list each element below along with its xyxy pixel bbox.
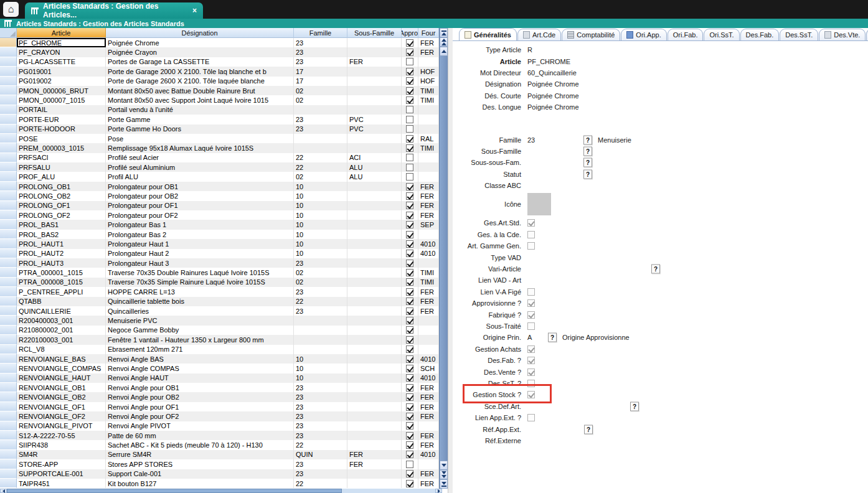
cell-appro[interactable] [402,345,418,354]
vertical-scroll-track[interactable] [440,56,448,461]
cell-four[interactable]: TIMI [418,143,439,153]
column-header-d-signation[interactable]: Désignation [106,28,294,38]
cell-article[interactable]: PRFSACI [17,153,106,162]
cell-famille[interactable]: 10 [294,373,347,383]
cell-appro[interactable] [402,354,418,364]
table-row[interactable]: PORTAILPortail vendu à l'unité [0,105,439,115]
table-row[interactable]: PG-LACASSETTEPortes de Garage La CASSETT… [0,57,439,67]
scroll-down-button[interactable] [440,461,448,470]
row-selector[interactable] [0,143,17,153]
cell-designation[interactable]: Stores APP STORES [106,459,294,469]
cell-four[interactable]: FER [418,47,439,57]
cell-famille[interactable]: 02 [294,95,347,105]
cell-article[interactable]: PROLONG_OB1 [17,182,106,191]
row-selector[interactable] [0,421,17,431]
cell-famille[interactable]: 23 [294,411,347,421]
appro-checkbox[interactable] [406,269,413,276]
icone-preview-box[interactable] [527,193,551,215]
cell-appro[interactable] [402,278,418,287]
table-row[interactable]: PRFSACIProfilé seul Acier22ACI [0,153,439,162]
row-selector[interactable] [0,469,17,479]
appro-checkbox[interactable] [406,365,413,372]
cell-article[interactable]: SIIPR438 [17,440,106,449]
cell-appro[interactable] [402,306,418,316]
cell-famille[interactable]: 23 [294,392,347,401]
cell-sous-famille[interactable] [347,258,402,268]
table-row[interactable]: P_CENTREE_APPLIHOPPE CARRE L=1323FER [0,287,439,296]
lookup-help-button[interactable]: ? [583,146,592,156]
cell-appro[interactable] [402,105,418,115]
cell-article[interactable]: RENVOIANGLE_OF2 [17,411,106,421]
row-selector[interactable] [0,239,17,248]
cell-appro[interactable] [402,316,418,325]
table-row[interactable]: RENVOIANGLE_PIVOTRenvoi Angle PIVOT23 [0,421,439,431]
tab-ori-fab[interactable]: Ori.Fab. [668,29,704,40]
row-selector[interactable] [0,345,17,354]
lookup-help-button[interactable]: ? [583,169,592,179]
appro-checkbox[interactable] [406,240,413,248]
appro-checkbox[interactable] [406,288,413,296]
row-selector[interactable] [0,191,17,200]
appro-checkbox[interactable] [406,116,413,123]
row-selector[interactable] [0,134,17,143]
cell-sous-famille[interactable] [347,86,402,95]
cell-appro[interactable] [402,220,418,229]
vertical-scrollbar[interactable] [439,28,448,489]
cell-article[interactable]: R210800002_001 [17,326,106,335]
cell-famille[interactable]: 02 [294,172,347,181]
cell-appro[interactable] [402,469,418,479]
cell-appro[interactable] [402,57,418,67]
cell-appro[interactable] [402,172,418,181]
lookup-help-button[interactable]: ? [548,333,557,342]
table-row[interactable]: S12-A-2222-70-55Patte de 60 mm23FER [0,431,439,440]
cell-designation[interactable]: Porte Gamme [106,115,294,124]
appro-checkbox[interactable] [406,125,413,133]
row-selector[interactable] [0,172,17,181]
cell-sous-famille[interactable]: FER [347,57,402,67]
cell-famille[interactable] [294,326,347,335]
table-row[interactable]: PROL_BAS1Prolongateur Bas 110SEP [0,220,439,229]
cell-designation[interactable]: Prolongateur pour OB1 [106,182,294,191]
cell-appro[interactable] [402,326,418,335]
cell-designation[interactable]: Prolongateur Haut 2 [106,249,294,258]
tab-ori-app[interactable]: Ori.App. [621,29,666,40]
cell-sous-famille[interactable] [347,479,402,488]
cell-article[interactable]: SM4R [17,450,106,459]
cell-designation[interactable]: Ebrasement 120mm 271 [106,345,294,354]
cell-article[interactable]: RENVOIANGLE_HAUT [17,373,106,383]
des-vente-checkbox[interactable] [527,369,535,376]
row-selector[interactable] [0,38,17,47]
tab-des-sst[interactable]: Des.SsT. [780,29,818,40]
cell-sous-famille[interactable] [347,383,402,392]
appro-checkbox[interactable] [406,173,413,181]
appro-checkbox[interactable] [406,192,413,200]
cell-four[interactable]: 4010 [418,354,439,364]
cell-appro[interactable] [402,459,418,469]
cell-sous-famille[interactable] [347,67,402,76]
row-selector[interactable] [0,354,17,364]
cell-article[interactable]: PG019001 [17,67,106,76]
cell-article[interactable]: PF_CRAYON [17,47,106,57]
cell-famille[interactable]: 02 [294,268,347,277]
cell-designation[interactable]: Fenêtre 1 vantail - Hauteur 1350 x Large… [106,335,294,344]
cell-four[interactable]: SCH [418,364,439,373]
scroll-left-button[interactable] [0,489,7,493]
cell-sous-famille[interactable] [347,210,402,220]
cell-appro[interactable] [402,364,418,373]
splitter[interactable] [448,28,453,493]
cell-designation[interactable]: Profilé seul Aluminium [106,162,294,172]
document-tab[interactable]: Articles Standards : Gestion des Article… [25,2,203,19]
cell-sous-famille[interactable] [347,392,402,401]
cell-designation[interactable]: Traverse 70x35 Double Rainures Laqué Ivo… [106,268,294,277]
cell-four[interactable] [418,162,439,172]
cell-sous-famille[interactable] [347,364,402,373]
cell-sous-famille[interactable] [347,469,402,479]
cell-sous-famille[interactable] [347,191,402,200]
gestion-achats-checkbox[interactable] [527,345,535,353]
cell-famille[interactable]: 10 [294,364,347,373]
table-row[interactable]: PROF_ALUProfil ALU02ALU [0,172,439,181]
cell-appro[interactable] [402,201,418,210]
cell-article[interactable]: PTRA_000008_1015 [17,278,106,287]
cell-famille[interactable]: 10 [294,354,347,364]
row-selector[interactable] [0,383,17,392]
